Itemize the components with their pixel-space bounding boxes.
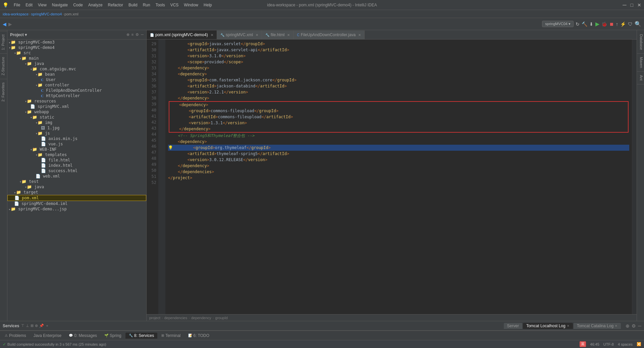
tab-close-springmvc[interactable]: ✕ (256, 33, 258, 37)
toolbar-download-icon[interactable]: ⬇ (589, 21, 593, 27)
tab-close-controller[interactable]: ✕ (358, 33, 361, 37)
right-tab-ant[interactable]: Ant (637, 72, 644, 84)
tree-item[interactable]: ▾ 📁 com.atguigu.mvc (7, 66, 146, 72)
editor-bc-3[interactable]: groupId (215, 316, 228, 320)
right-tab-database[interactable]: Database (637, 31, 644, 54)
tree-item[interactable]: C User (7, 77, 146, 82)
right-tab-maven[interactable]: Maven (637, 54, 644, 72)
tree-item[interactable]: 🖼 1.jpg (7, 125, 146, 131)
svc-filter-icon[interactable]: ⊛ (35, 324, 38, 328)
tree-item[interactable]: ▾ 📁 bean (7, 72, 146, 77)
toolbar-profile-icon[interactable]: ⚡ (620, 21, 626, 27)
tree-item[interactable]: ▾ 📁 controller (7, 82, 146, 88)
tree-item[interactable]: C HttpController (7, 93, 146, 98)
toolbar-coverage-icon[interactable]: 🛡 (628, 21, 633, 27)
tree-item[interactable]: 📄 index.html (7, 163, 146, 168)
encoding-indicator[interactable]: UTF-8 (603, 342, 614, 346)
tree-item[interactable]: ▾ 📁 springMVC-demo4 (7, 45, 146, 50)
tree-item[interactable]: 📄 springMVC.xml (7, 104, 146, 109)
tool-tab-terminal[interactable]: ⊞ Terminal (158, 333, 184, 339)
close-button[interactable]: ✕ (637, 2, 641, 8)
services-tab-tomcat-log[interactable]: Tomcat Localhost Log ✕ (523, 323, 573, 329)
menu-edit[interactable]: Edit (23, 2, 35, 8)
tree-item[interactable]: 📄 springMVC-demo4.iml (7, 201, 146, 206)
tree-item[interactable]: ▾ 📁 resources (7, 98, 146, 104)
side-tab-project[interactable]: 1: Project (0, 31, 7, 53)
toolbar-search-icon[interactable]: 🔍 (635, 21, 641, 27)
tool-tab-java-enterprise[interactable]: Java Enterprise (30, 333, 65, 339)
tool-tab-spring[interactable]: 🌱 Spring (101, 333, 125, 339)
tree-item[interactable]: ▾ 📁 js (7, 131, 146, 136)
menu-run[interactable]: Run (140, 2, 153, 8)
services-panel-settings[interactable]: ⚙ (632, 323, 636, 329)
svc-align-bottom-icon[interactable]: ⊥ (26, 324, 29, 328)
tree-item[interactable]: C FileUpAndDownController (7, 88, 146, 93)
toolbar-refresh-icon[interactable]: ↻ (576, 21, 580, 27)
toolbar-forward-icon[interactable]: ▶ (8, 21, 12, 27)
breadcrumb-part-0[interactable]: idea-workspace (3, 12, 29, 16)
svc-pin-icon[interactable]: 📌 (39, 324, 44, 328)
tree-item[interactable]: ▸ 📁 springMVC-demo...jsp (7, 206, 146, 212)
tomcat-log-close[interactable]: ✕ (567, 324, 570, 328)
project-tree[interactable]: ▸ 📁 springMVC-demo3▾ 📁 springMVC-demo4▾ … (7, 40, 146, 321)
tree-item[interactable]: ▾ 📁 java (7, 61, 146, 66)
tree-item[interactable]: 📄 vue.js (7, 141, 146, 147)
services-tab-server[interactable]: Server (504, 323, 522, 329)
menu-file[interactable]: File (11, 2, 23, 8)
editor-bc-1[interactable]: dependencies (164, 316, 187, 320)
side-tab-favorites[interactable]: 2: Favorites (0, 79, 7, 105)
menu-help[interactable]: Help (201, 2, 215, 8)
toolbar-update-icon[interactable]: ↑ (616, 21, 618, 27)
tool-tab-problems[interactable]: ⚠ Problems (1, 333, 30, 339)
panel-settings-icon[interactable]: ⚙ (136, 32, 139, 37)
panel-minimize-icon[interactable]: ─ (141, 32, 144, 37)
tree-item[interactable]: ▾ 📁 src (7, 50, 146, 56)
toolbar-run-icon[interactable]: ▶ (595, 21, 599, 27)
catalina-log-close[interactable]: ✕ (615, 324, 618, 328)
svc-group-icon[interactable]: ⊞ (31, 324, 34, 328)
services-panel-expand[interactable]: ⊕ (626, 323, 630, 329)
tree-item[interactable]: 📄 pom.xml (7, 195, 146, 201)
tree-item[interactable]: ▸ 📁 target (7, 190, 146, 195)
menu-build[interactable]: Build (126, 2, 140, 8)
services-panel-close[interactable]: ─ (638, 323, 641, 329)
menu-view[interactable]: View (35, 2, 49, 8)
menu-vcs[interactable]: VCS (168, 2, 181, 8)
toolbar-build-icon[interactable]: 🔨 (582, 21, 587, 27)
tree-item[interactable]: 📄 file.html (7, 157, 146, 163)
svc-add-icon[interactable]: ＋ (45, 323, 49, 328)
tree-item[interactable]: ▸ 📁 springMVC-demo3 (7, 40, 146, 45)
minimize-button[interactable]: ─ (623, 2, 626, 8)
toolbar-debug-icon[interactable]: 🐞 (601, 21, 607, 27)
tree-item[interactable]: ▾ 📁 java (7, 184, 146, 190)
editor-bc-2[interactable]: dependency (191, 316, 211, 320)
tree-item[interactable]: ▾ 📁 test (7, 179, 146, 184)
breadcrumb-part-1[interactable]: springMVC-demo4 (31, 12, 62, 16)
panel-scope-icon[interactable]: ⊕ (126, 32, 129, 37)
menu-analyze[interactable]: Analyze (86, 2, 105, 8)
toolbar-stop-icon[interactable]: ⏹ (609, 21, 614, 27)
line-col-indicator[interactable]: 46:45 (590, 342, 599, 346)
toolbar-back-icon[interactable]: ◀ (3, 21, 6, 27)
menu-window[interactable]: Window (181, 2, 201, 8)
tree-item[interactable]: ▾ 📁 webapp (7, 109, 146, 115)
services-tab-catalina[interactable]: Tomcat Catalina Log ✕ (574, 323, 621, 329)
maximize-button[interactable]: □ (631, 2, 633, 8)
menu-navigate[interactable]: Navigate (49, 2, 70, 8)
tab-controller[interactable]: C FileUpAndDownController.java ✕ (293, 30, 365, 39)
tree-item[interactable]: ▾ 📁 static (7, 115, 146, 120)
menu-code[interactable]: Code (70, 2, 86, 8)
tab-springmvc-xml[interactable]: 🔧 springMVC.xml ✕ (217, 30, 262, 39)
toolbar-springmvc-selector[interactable]: springMVC04 ▾ (542, 21, 574, 27)
tab-pom-xml[interactable]: 📄 pom.xml (springMVC-demo4) ✕ (147, 30, 217, 39)
indent-indicator[interactable]: 4 spaces (618, 342, 633, 346)
tool-tab-todo[interactable]: 📝 6: TODO (185, 333, 213, 339)
tree-item[interactable]: ▾ 📁 main (7, 56, 146, 61)
tool-tab-services[interactable]: 🔧 8: Services (125, 333, 157, 339)
tree-item[interactable]: 📄 web.xml (7, 173, 146, 179)
tree-item[interactable]: ▾ 📁 templates (7, 152, 146, 157)
panel-collapse-icon[interactable]: ≡ (131, 32, 133, 37)
tree-item[interactable]: ▾ 📁 WEB-INF (7, 147, 146, 152)
menu-refactor[interactable]: Refactor (105, 2, 126, 8)
menu-tools[interactable]: Tools (153, 2, 168, 8)
